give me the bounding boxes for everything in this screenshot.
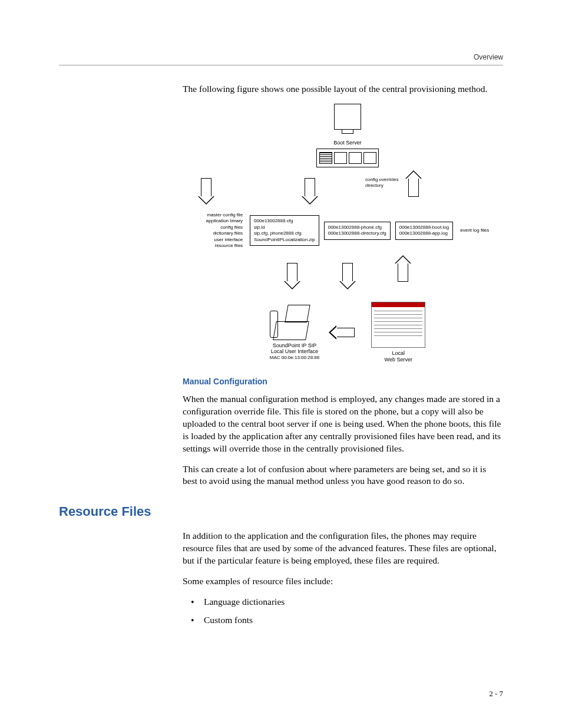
provisioning-figure: Boot Server config overrides directory m… (183, 104, 513, 363)
phone-mac: MAC 00:0e:13:00:28:88 (270, 355, 320, 361)
arrow-down-icon (342, 263, 353, 282)
web-server-icon (371, 302, 425, 348)
manual-p1: When the manual configuration method is … (183, 393, 503, 455)
resource-files-heading: Resource Files (59, 504, 503, 519)
file-box-1: 000e13002888.cfg sip.ld sip.cfg, phone28… (250, 215, 319, 246)
arrow-up-icon (408, 178, 419, 197)
file-box-3: 000e13002888-boot.log 000e13002888-app.l… (395, 222, 454, 240)
phone-label-1: SoundPoint IP SIP (270, 342, 320, 349)
resource-p1: In addition to the application and the c… (183, 530, 503, 567)
arrow-down-icon (201, 178, 211, 197)
arrow-down-icon (287, 263, 297, 282)
arrow-left-icon (336, 328, 355, 337)
phone-icon (270, 305, 311, 340)
header-section: Overview (474, 53, 503, 61)
phone-label-2: Local User Interface (270, 348, 320, 355)
arrow-up-icon (398, 263, 408, 282)
page-header: Overview (59, 53, 503, 65)
web-label-2: Web Server (371, 357, 425, 363)
file-box-2: 000e13002888-phone.cfg 000e13002888-dire… (324, 222, 391, 240)
boot-server-label: Boot Server (333, 139, 362, 146)
resource-bullet-list: Language dictionaries Custom fonts (191, 596, 503, 627)
monitor-icon (334, 104, 361, 130)
arrow-down-icon (305, 178, 315, 197)
master-config-labels: master config file application binary co… (206, 212, 245, 249)
server-icon (316, 149, 379, 167)
intro-paragraph: The following figure shows one possible … (183, 83, 503, 95)
list-item: Language dictionaries (191, 596, 503, 608)
event-log-label: event log files (458, 228, 489, 233)
resource-p2: Some examples of resource files include: (183, 575, 503, 588)
config-overrides-label: config overrides directory (365, 177, 398, 188)
list-item: Custom fonts (191, 614, 503, 627)
manual-p2: This can create a lot of confusion about… (183, 463, 503, 488)
page-number: 2 - 7 (489, 689, 503, 699)
web-label-1: Local (371, 350, 425, 357)
manual-config-heading: Manual Configuration (183, 376, 503, 387)
